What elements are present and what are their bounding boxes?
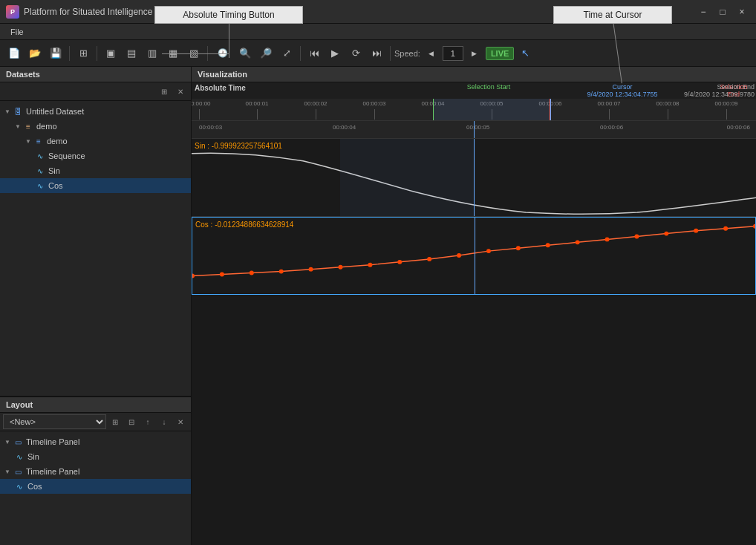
titlebar-controls: − □ × — [695, 4, 750, 20]
tick-0: 00:00:00 — [199, 109, 200, 120]
svg-point-8 — [427, 257, 431, 261]
cursor-button[interactable]: ↖ — [515, 44, 535, 63]
layout-remove-btn[interactable]: ✕ — [173, 414, 188, 429]
tree-item-sequence[interactable]: ∿ Sequence — [0, 149, 191, 163]
minimize-button[interactable]: − — [695, 4, 711, 20]
svg-point-4 — [309, 267, 313, 272]
icon-untitled-dataset: 🗄 — [12, 105, 24, 117]
sin-chart[interactable]: Sin : -0.999923257564101 — [192, 139, 756, 217]
sr-tick-4: 00:00:06 — [727, 124, 750, 131]
datasets-tree: ▼ 🗄 Untitled Dataset ▼ ≡ demo ▼ ≡ demo — [0, 101, 191, 396]
live-button[interactable]: LIVE — [486, 47, 514, 60]
label-cos: Cos — [48, 181, 63, 190]
speed-label: Speed: — [394, 49, 420, 58]
menu-file[interactable]: File — [4, 26, 30, 38]
label-cos-layout: Cos — [27, 482, 42, 491]
svg-point-10 — [486, 249, 491, 253]
sep-5 — [390, 46, 391, 61]
svg-point-5 — [338, 265, 342, 270]
skip-start-button[interactable]: ⏮ — [304, 44, 324, 63]
sr-tick-1: 00:00:04 — [333, 124, 356, 131]
tick-2: 00:00:02 — [316, 109, 316, 120]
tick-label-0: 00:00:00 — [192, 100, 211, 107]
time-at-cursor-callout: Time at Cursor — [553, 6, 672, 24]
icon-cos: ∿ — [34, 180, 46, 192]
absolute-timing-label: Absolute Timing Button — [183, 10, 274, 20]
sr-tick-0: 00:00:03 — [199, 124, 222, 131]
sr-tick-3: 00:00:06 — [600, 124, 623, 131]
label-demo: demo — [47, 137, 68, 146]
sin-selection — [340, 139, 474, 216]
cos-chart[interactable]: Cos : -0.01234886634628914 — [192, 217, 756, 295]
layout-btn-d[interactable]: ↓ — [157, 414, 172, 429]
ds-btn1[interactable]: ⊞ — [74, 44, 93, 63]
layout-btn3[interactable]: ▥ — [143, 44, 162, 63]
maximize-button[interactable]: □ — [714, 4, 731, 20]
skip-end-button[interactable]: ⏭ — [367, 44, 386, 63]
tick-9: 00:00:09 — [726, 109, 727, 120]
vis-header: Visualization — [192, 67, 756, 82]
stop-button[interactable]: ⟳ — [346, 44, 365, 63]
svg-point-3 — [279, 270, 284, 274]
tree-item-cos-layout[interactable]: ∿ Cos — [0, 479, 191, 494]
new-button[interactable]: 📄 — [4, 44, 24, 63]
absolute-time-label: Absolute Time — [192, 84, 246, 92]
sidebar: Datasets ⊞ ✕ ▼ 🗄 Untitled Dataset ▼ ≡ de… — [0, 67, 192, 545]
tick-label-7: 00:00:07 — [597, 100, 620, 107]
speed-down[interactable]: ◀ — [422, 44, 441, 63]
layout-section: Layout <New> ⊞ ⊟ ↑ ↓ ✕ ▼ ▭ Timeline Pane… — [0, 396, 191, 545]
tree-item-sin-layout[interactable]: ∿ Sin — [0, 449, 191, 464]
vis-content: Absolute Time Selection Start Cursor 9/4… — [192, 82, 756, 545]
menubar: File — [0, 24, 756, 40]
icon-sin-layout: ∿ — [13, 451, 25, 463]
tick-label-8: 00:00:08 — [656, 100, 679, 107]
svg-point-13 — [576, 240, 580, 244]
arrow-tp2: ▼ — [3, 469, 12, 475]
datasets-section: Datasets ⊞ ✕ ▼ 🗄 Untitled Dataset ▼ ≡ de… — [0, 67, 191, 396]
tree-item-cos[interactable]: ∿ Cos — [0, 178, 191, 193]
datasets-toolbar: ⊞ ✕ — [0, 82, 191, 101]
layout-btn2[interactable]: ▤ — [122, 44, 141, 63]
timeline-label-row: Absolute Time Selection Start Cursor 9/4… — [192, 82, 756, 99]
callout-line-2 — [162, 53, 229, 54]
open-button[interactable]: 📂 — [25, 44, 45, 63]
svg-point-15 — [634, 235, 639, 239]
tree-item-timeline-panel-2[interactable]: ▼ ▭ Timeline Panel — [0, 464, 191, 479]
svg-point-6 — [368, 263, 372, 267]
fit-button[interactable]: ⤢ — [277, 44, 296, 63]
layout-btn-c[interactable]: ↑ — [140, 414, 155, 429]
ruler-cursor-line — [550, 99, 551, 120]
icon-demo: ≡ — [33, 135, 45, 147]
layout-add-btn[interactable]: ⊞ — [108, 414, 123, 429]
save-button[interactable]: 💾 — [46, 44, 65, 63]
ds-add-button[interactable]: ⊞ — [157, 84, 172, 99]
layout-btn1[interactable]: ▣ — [101, 44, 120, 63]
play-button[interactable]: ▶ — [325, 44, 345, 63]
zoom-in-button[interactable]: 🔍 — [235, 44, 255, 63]
label-sequence: Sequence — [48, 151, 85, 160]
cos-cursor-line — [475, 218, 475, 294]
tick-7: 00:00:07 — [609, 109, 610, 120]
label-sin: Sin — [48, 166, 60, 175]
speed-up[interactable]: ▶ — [465, 44, 484, 63]
layout-btn-b[interactable]: ⊟ — [124, 414, 139, 429]
datasets-header: Datasets — [0, 67, 191, 82]
close-button[interactable]: × — [734, 4, 750, 20]
ds-remove-button[interactable]: ✕ — [173, 84, 188, 99]
tree-item-sin[interactable]: ∿ Sin — [0, 163, 191, 178]
selection-start-label: Selection Start — [467, 83, 511, 91]
tree-item-untitled-dataset[interactable]: ▼ 🗄 Untitled Dataset — [0, 104, 191, 119]
speed-input[interactable] — [443, 46, 463, 61]
timeline-ruler[interactable]: 00:00:00 00:00:01 00:00:02 00:00:03 00:0 — [192, 99, 756, 120]
layout-new-select[interactable]: <New> — [3, 414, 106, 429]
tree-item-demo[interactable]: ▼ ≡ demo — [0, 134, 191, 149]
zoom-out-button[interactable]: 🔎 — [256, 44, 276, 63]
svg-point-14 — [605, 237, 610, 241]
ruler-selection — [433, 99, 550, 120]
sin-cursor-line — [474, 139, 475, 216]
tree-item-demo-folder[interactable]: ▼ ≡ demo — [0, 119, 191, 134]
timeline-header: Absolute Time Selection Start Cursor 9/4… — [192, 82, 756, 121]
tree-item-timeline-panel-1[interactable]: ▼ ▭ Timeline Panel — [0, 434, 191, 449]
svg-point-9 — [457, 253, 461, 258]
label-tp1: Timeline Panel — [26, 437, 79, 446]
